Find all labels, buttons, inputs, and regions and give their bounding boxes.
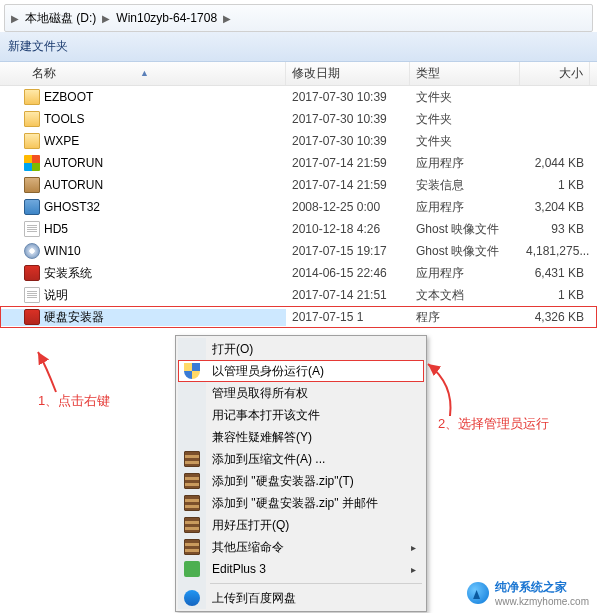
file-size: 1 KB [520,288,590,302]
file-size: 2,044 KB [520,156,590,170]
table-row[interactable]: AUTORUN2017-07-14 21:59应用程序2,044 KB [0,152,597,174]
file-size: 93 KB [520,222,590,236]
file-type: 安装信息 [410,177,520,194]
file-type: 文件夹 [410,111,520,128]
file-date: 2017-07-30 10:39 [286,112,410,126]
menu-item[interactable]: 打开(O) [178,338,424,360]
file-date: 2017-07-14 21:51 [286,288,410,302]
file-name: AUTORUN [44,156,103,170]
annotation-2: 2、选择管理员运行 [438,415,549,433]
table-row[interactable]: TOOLS2017-07-30 10:39文件夹 [0,108,597,130]
toolbar: 新建文件夹 [0,32,597,62]
file-name: 安装系统 [44,265,92,282]
column-name[interactable]: 名称 ▲ [0,62,286,85]
chevron-right-icon: ▶ [100,13,112,24]
disc-icon [24,243,40,259]
menu-item[interactable]: 用记事本打开该文件 [178,404,424,426]
menu-item[interactable]: 兼容性疑难解答(Y) [178,426,424,448]
table-row[interactable]: AUTORUN2017-07-14 21:59安装信息1 KB [0,174,597,196]
file-name: EZBOOT [44,90,93,104]
breadcrumb[interactable]: ▶ 本地磁盘 (D:) ▶ Win10zyb-64-1708 ▶ [4,4,593,32]
ghost-icon [24,199,40,215]
menu-item[interactable]: EditPlus 3 [178,558,424,580]
file-date: 2017-07-30 10:39 [286,90,410,104]
list-header: 名称 ▲ 修改日期 类型 大小 [0,62,597,86]
file-size: 1 KB [520,178,590,192]
table-row[interactable]: HD52010-12-18 4:26Ghost 映像文件93 KB [0,218,597,240]
menu-label: 以管理员身份运行(A) [212,363,324,380]
context-menu: 打开(O)以管理员身份运行(A)管理员取得所有权用记事本打开该文件兼容性疑难解答… [175,335,427,612]
menu-label: 用记事本打开该文件 [212,407,320,424]
file-type: Ghost 映像文件 [410,243,520,260]
file-name: WXPE [44,134,79,148]
menu-label: 兼容性疑难解答(Y) [212,429,312,446]
file-size: 6,431 KB [520,266,590,280]
menu-item[interactable]: 用好压打开(Q) [178,514,424,536]
txt-icon [24,221,40,237]
exe-icon [24,265,40,281]
file-name: HD5 [44,222,68,236]
txt-icon [24,287,40,303]
rar-icon [184,539,200,555]
file-type: Ghost 映像文件 [410,221,520,238]
rar-icon [184,473,200,489]
file-name: GHOST32 [44,200,100,214]
file-type: 程序 [410,309,520,326]
watermark-url: www.kzmyhome.com [495,596,589,607]
edit-icon [184,561,200,577]
logo-icon [467,582,489,604]
chevron-right-icon: ▶ [221,13,233,24]
annotation-1: 1、点击右键 [38,392,110,410]
table-row[interactable]: 安装系统2014-06-15 22:46应用程序6,431 KB [0,262,597,284]
file-type: 应用程序 [410,155,520,172]
table-row[interactable]: EZBOOT2017-07-30 10:39文件夹 [0,86,597,108]
menu-item[interactable]: 添加到 "硬盘安装器.zip" 并邮件 [178,492,424,514]
watermark: 纯净系统之家 www.kzmyhome.com [467,579,589,607]
baidu-icon [184,590,200,606]
crumb-drive[interactable]: 本地磁盘 (D:) [21,10,100,27]
watermark-title: 纯净系统之家 [495,580,567,594]
file-date: 2014-06-15 22:46 [286,266,410,280]
menu-label: 添加到压缩文件(A) ... [212,451,325,468]
menu-label: 添加到 "硬盘安装器.zip"(T) [212,473,354,490]
table-row[interactable]: 说明2017-07-14 21:51文本文档1 KB [0,284,597,306]
file-list: EZBOOT2017-07-30 10:39文件夹TOOLS2017-07-30… [0,86,597,328]
file-name: AUTORUN [44,178,103,192]
column-date[interactable]: 修改日期 [286,62,410,85]
shield-icon [184,363,200,379]
box-icon [24,177,40,193]
rar-icon [184,451,200,467]
file-date: 2017-07-14 21:59 [286,178,410,192]
crumb-folder[interactable]: Win10zyb-64-1708 [112,11,221,25]
file-size: 4,181,275... [520,244,590,258]
folder-icon [24,133,40,149]
column-type[interactable]: 类型 [410,62,520,85]
table-row[interactable]: WIN102017-07-15 19:17Ghost 映像文件4,181,275… [0,240,597,262]
menu-item[interactable]: 管理员取得所有权 [178,382,424,404]
menu-item[interactable]: 以管理员身份运行(A) [178,360,424,382]
folder-icon [24,111,40,127]
file-name: 硬盘安装器 [44,309,104,326]
menu-label: 上传到百度网盘 [212,590,296,607]
chevron-right-icon: ▶ [9,13,21,24]
menu-label: 管理员取得所有权 [212,385,308,402]
folder-icon [24,89,40,105]
file-date: 2017-07-15 19:17 [286,244,410,258]
arrow-1 [36,348,96,396]
table-row[interactable]: 硬盘安装器2017-07-15 1程序4,326 KB [0,306,597,328]
menu-label: 添加到 "硬盘安装器.zip" 并邮件 [212,495,378,512]
menu-label: 打开(O) [212,341,253,358]
file-size: 4,326 KB [520,310,590,324]
column-size[interactable]: 大小 [520,62,590,85]
menu-item[interactable]: 添加到 "硬盘安装器.zip"(T) [178,470,424,492]
menu-item[interactable]: 上传到百度网盘 [178,587,424,609]
exe-icon [24,309,40,325]
menu-label: 其他压缩命令 [212,539,284,556]
menu-item[interactable]: 添加到压缩文件(A) ... [178,448,424,470]
menu-separator [210,583,422,584]
menu-item[interactable]: 其他压缩命令 [178,536,424,558]
table-row[interactable]: GHOST322008-12-25 0:00应用程序3,204 KB [0,196,597,218]
file-name: TOOLS [44,112,84,126]
new-folder-button[interactable]: 新建文件夹 [8,38,68,55]
table-row[interactable]: WXPE2017-07-30 10:39文件夹 [0,130,597,152]
